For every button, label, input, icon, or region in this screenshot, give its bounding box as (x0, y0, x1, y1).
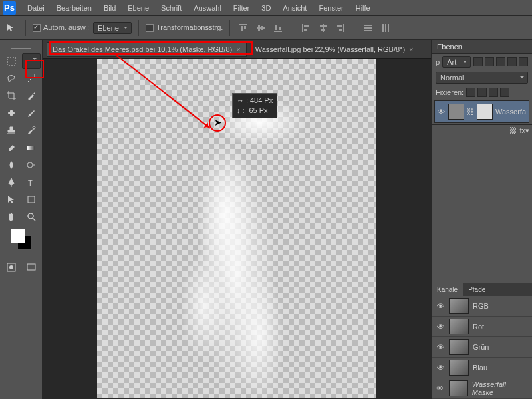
cursor-icon: ➤ (214, 117, 222, 128)
toolbox-grip[interactable] (11, 43, 31, 49)
menu-auswahl[interactable]: Auswahl (188, 2, 227, 14)
svg-rect-8 (279, 27, 281, 30)
text-tool[interactable]: T (22, 174, 41, 190)
svg-rect-11 (304, 29, 307, 31)
visibility-icon[interactable]: 👁 (438, 108, 446, 116)
svg-rect-19 (364, 27, 372, 29)
fx-icon[interactable]: fx▾ (519, 126, 529, 135)
channel-row[interactable]: 👁Blau (432, 358, 532, 378)
separator (229, 20, 230, 36)
zoom-tool[interactable] (22, 209, 41, 225)
svg-rect-9 (302, 24, 303, 32)
panels: Ebenen ρ Art Normal Fixieren: 👁 ⛓ Wasser… (431, 40, 532, 399)
document-area: Das Orakel des Meeres.psd bei 10,1% (Mas… (43, 40, 431, 399)
heal-tool[interactable] (2, 105, 21, 121)
auto-select-checkbox[interactable]: Autom. ausw.: (33, 23, 89, 32)
align-vcenter-icon[interactable] (254, 21, 267, 35)
dodge-tool[interactable] (22, 157, 41, 173)
menu-ebene[interactable]: Ebene (122, 2, 155, 14)
align-hcenter-icon[interactable] (317, 21, 330, 35)
color-swatches[interactable] (8, 229, 35, 255)
channels-tab[interactable]: Kanäle (432, 283, 463, 296)
document-tab[interactable]: Wasserfall.jpg bei 22,9% (Wasserfall, RG… (249, 42, 420, 57)
distribute-icon[interactable] (379, 21, 392, 35)
canvas[interactable]: ↔ : 484 Px ↕ : 65 Px (43, 59, 431, 399)
crop-tool[interactable] (2, 88, 21, 104)
svg-rect-31 (28, 196, 35, 203)
layers-panel-header[interactable]: Ebenen (432, 40, 532, 54)
gradient-tool[interactable] (22, 140, 41, 156)
close-icon[interactable]: × (409, 45, 413, 53)
lock-buttons[interactable] (466, 88, 509, 97)
channel-row[interactable]: 👁RGB (432, 296, 532, 317)
marquee-tool[interactable] (2, 53, 21, 69)
menu-datei[interactable]: Datei (21, 2, 51, 14)
lasso-tool[interactable] (2, 70, 21, 86)
transform-checkbox[interactable]: Transformationsstrg. (146, 23, 223, 32)
menu-hilfe[interactable]: Hilfe (350, 2, 376, 14)
svg-rect-22 (385, 24, 386, 32)
svg-rect-4 (258, 25, 260, 31)
align-left-icon[interactable] (299, 21, 313, 35)
layer-name[interactable]: Wasserfa (495, 108, 526, 116)
toolbox: T (0, 40, 43, 399)
align-top-icon[interactable] (237, 21, 250, 35)
move-tooltip: ↔ : 484 Px ↕ : 65 Px (232, 93, 277, 118)
foreground-color[interactable] (11, 229, 25, 243)
mask-thumb[interactable] (477, 104, 493, 120)
svg-point-29 (27, 162, 33, 168)
shape-tool[interactable] (22, 192, 41, 207)
svg-point-32 (28, 213, 33, 219)
eraser-tool[interactable] (2, 140, 21, 156)
link-icon[interactable]: ⛓ (509, 126, 517, 135)
distribute-icon[interactable] (362, 21, 375, 35)
eyedropper-tool[interactable] (22, 88, 41, 104)
menu-bild[interactable]: Bild (98, 2, 122, 14)
brush-tool[interactable] (22, 105, 41, 121)
svg-rect-14 (321, 29, 325, 31)
auto-select-dropdown[interactable]: Ebene (93, 22, 132, 34)
menu-ansicht[interactable]: Ansicht (277, 2, 313, 14)
hand-tool[interactable] (2, 209, 21, 225)
layer-filter-dropdown[interactable]: Art (442, 56, 471, 68)
filter-icons[interactable] (473, 57, 528, 66)
annotation-box (49, 41, 253, 55)
screenmode-tool[interactable] (22, 259, 41, 275)
blend-mode-dropdown[interactable]: Normal (436, 72, 528, 84)
history-brush-tool[interactable] (22, 122, 41, 138)
options-bar: Autom. ausw.: Ebene Transformationsstrg. (0, 16, 532, 40)
visibility-icon[interactable]: 👁 (436, 302, 445, 310)
menu-3d[interactable]: 3D (255, 2, 277, 14)
svg-rect-24 (7, 57, 15, 65)
visibility-icon[interactable]: 👁 (436, 384, 445, 392)
path-select-tool[interactable] (2, 192, 21, 207)
visibility-icon[interactable]: 👁 (436, 323, 445, 331)
layer-row[interactable]: 👁 ⛓ Wasserfa (434, 100, 529, 123)
channel-row[interactable]: 👁Rot (432, 317, 532, 337)
svg-point-34 (9, 265, 13, 269)
stamp-tool[interactable] (2, 122, 21, 138)
svg-rect-28 (27, 146, 35, 150)
quickmask-tool[interactable] (2, 259, 21, 275)
paths-tab[interactable]: Pfade (463, 283, 491, 296)
visibility-icon[interactable]: 👁 (436, 343, 445, 351)
pen-tool[interactable] (2, 174, 21, 190)
menu-schrift[interactable]: Schrift (155, 2, 188, 14)
menu-filter[interactable]: Filter (227, 2, 255, 14)
visibility-icon[interactable]: 👁 (436, 364, 445, 372)
menu-fenster[interactable]: Fenster (313, 2, 349, 14)
channel-row[interactable]: 👁Wasserfall Maske (432, 378, 532, 399)
svg-rect-13 (320, 25, 327, 27)
svg-rect-7 (275, 25, 277, 30)
layer-content (124, 92, 350, 398)
layers-footer: ⛓ fx▾ (432, 124, 532, 136)
align-bottom-icon[interactable] (271, 21, 285, 35)
blur-tool[interactable] (2, 157, 21, 173)
layer-thumb[interactable] (448, 104, 464, 120)
menu-bearbeiten[interactable]: Bearbeiten (51, 2, 98, 14)
channel-row[interactable]: 👁Grün (432, 337, 532, 358)
align-right-icon[interactable] (334, 21, 347, 35)
separator (25, 20, 26, 36)
svg-rect-5 (261, 26, 263, 30)
app-logo: Ps (3, 1, 16, 15)
